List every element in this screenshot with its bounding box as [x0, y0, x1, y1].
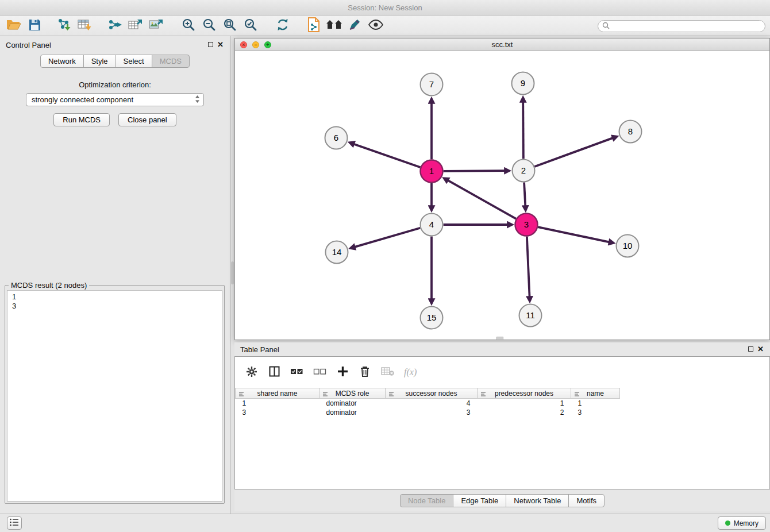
network-graph[interactable]: 1234678910111415	[235, 51, 769, 340]
graph-node-label: 11	[526, 310, 535, 320]
zoom-fit-button[interactable]	[220, 17, 240, 34]
save-session-button[interactable]	[24, 17, 45, 34]
run-mcds-button[interactable]: Run MCDS	[53, 113, 110, 126]
network-window-titlebar[interactable]: × − + scc.txt	[235, 38, 769, 51]
add-column-button[interactable]	[336, 365, 349, 379]
import-network-button[interactable]	[54, 17, 75, 34]
apply-style-button[interactable]	[345, 17, 365, 34]
import-table-icon	[78, 18, 93, 33]
function-builder-button[interactable]: f(x)	[404, 365, 417, 379]
tab-motifs[interactable]: Motifs	[568, 494, 605, 507]
table-cell[interactable]: 3	[386, 408, 478, 417]
zoom-selected-button[interactable]	[240, 17, 261, 34]
show-hide-button[interactable]	[365, 17, 386, 34]
import-table-button[interactable]	[75, 17, 95, 34]
result-item[interactable]: 3	[12, 302, 217, 311]
graph-edge-3-1[interactable]	[448, 180, 516, 219]
deselect-all-icon	[313, 367, 326, 378]
open-file-button[interactable]	[3, 17, 24, 34]
tab-node-table[interactable]: Node Table	[400, 494, 454, 507]
table-cell[interactable]: 1	[571, 399, 620, 408]
close-window-icon[interactable]: ×	[240, 41, 247, 48]
graph-edge-2-3[interactable]	[524, 182, 525, 206]
export-network-button[interactable]	[105, 17, 125, 34]
table-settings-button[interactable]	[245, 365, 258, 379]
graph-node-1[interactable]: 1	[421, 160, 443, 183]
delete-table-button[interactable]	[381, 365, 394, 379]
float-panel-icon[interactable]	[208, 42, 213, 47]
pane-splitter-handle[interactable]	[231, 261, 234, 284]
search-input[interactable]	[612, 21, 765, 31]
graph-node-4[interactable]: 4	[421, 214, 443, 236]
minimize-window-icon[interactable]: −	[252, 41, 259, 48]
graph-node-11[interactable]: 11	[519, 304, 542, 327]
graph-edge-2-8[interactable]	[534, 138, 613, 167]
graph-node-8[interactable]: 8	[619, 121, 642, 143]
graph-node-10[interactable]: 10	[617, 235, 639, 257]
home-button[interactable]	[324, 17, 345, 34]
graph-edge-4-14[interactable]	[355, 228, 420, 247]
export-image-button[interactable]	[146, 17, 167, 34]
statusbar: Memory	[0, 514, 770, 532]
graph-node-6[interactable]: 6	[325, 127, 348, 149]
graph-node-7[interactable]: 7	[421, 74, 443, 96]
table-cell[interactable]: dominator	[319, 399, 386, 408]
window-resize-handle[interactable]	[496, 337, 503, 340]
graph-edge-2-9[interactable]	[523, 102, 523, 159]
table-cell[interactable]: 3	[571, 408, 620, 417]
close-panel-icon[interactable]: ✕	[217, 40, 224, 49]
select-all-rows-button[interactable]	[290, 365, 303, 379]
tab-select[interactable]: Select	[116, 55, 152, 68]
table-cell[interactable]: 4	[386, 399, 478, 408]
graph-node-3[interactable]: 3	[515, 214, 538, 236]
delete-column-button[interactable]	[359, 365, 371, 379]
column-header-mcds-role[interactable]: MCDS role	[319, 388, 386, 399]
table-row[interactable]: 3dominator323	[236, 408, 620, 417]
table-cell[interactable]: 1	[236, 399, 319, 408]
memory-button[interactable]: Memory	[718, 516, 766, 530]
show-columns-button[interactable]	[268, 365, 280, 379]
float-table-panel-icon[interactable]	[748, 346, 753, 352]
graph-node-label: 15	[427, 313, 437, 322]
sort-icon	[480, 391, 486, 399]
graph-node-2[interactable]: 2	[513, 160, 535, 182]
tab-network[interactable]: Network	[40, 55, 84, 68]
table-cell[interactable]: dominator	[319, 408, 386, 417]
optimization-criterion-select[interactable]: strongly connected component	[26, 93, 204, 106]
table-cell[interactable]: 2	[478, 408, 571, 417]
graph-edge-1-6[interactable]	[354, 144, 421, 168]
column-header-name[interactable]: name	[571, 388, 620, 399]
table-cell[interactable]: 1	[478, 399, 571, 408]
deselect-all-rows-button[interactable]	[313, 365, 326, 379]
table-cell[interactable]: 3	[236, 408, 319, 417]
tab-mcds[interactable]: MCDS	[152, 55, 190, 68]
graph-node-14[interactable]: 14	[326, 241, 348, 264]
graph-node-15[interactable]: 15	[421, 307, 443, 329]
graph-node-9[interactable]: 9	[512, 72, 534, 95]
graph-edge-3-11[interactable]	[527, 236, 530, 296]
zoom-out-button[interactable]	[199, 17, 220, 34]
show-panels-button[interactable]	[7, 516, 22, 530]
tab-edge-table[interactable]: Edge Table	[453, 494, 506, 507]
column-header-successor-nodes[interactable]: successor nodes	[386, 388, 478, 399]
column-header-predecessor-nodes[interactable]: predecessor nodes	[478, 388, 571, 399]
maximize-window-icon[interactable]: +	[264, 41, 271, 48]
tab-network-table[interactable]: Network Table	[506, 494, 569, 507]
mcds-result-list[interactable]: 13	[7, 290, 222, 502]
delete-table-icon	[381, 367, 394, 378]
graph-edge-3-10[interactable]	[538, 227, 609, 242]
export-table-button[interactable]	[125, 17, 146, 34]
titlebar[interactable]: Session: New Session	[0, 0, 770, 16]
zoom-in-button[interactable]	[178, 17, 199, 34]
table-row[interactable]: 1dominator411	[236, 399, 620, 408]
tab-style[interactable]: Style	[83, 55, 116, 68]
result-item[interactable]: 1	[12, 292, 217, 302]
close-panel-button[interactable]: Close panel	[118, 113, 176, 126]
network-canvas[interactable]: 1234678910111415	[235, 51, 769, 340]
graph-edge-1-2[interactable]	[443, 171, 505, 171]
column-header-shared-name[interactable]: shared name	[236, 388, 319, 399]
table-panel-body: f(x) shared nameMCDS rolesuccessor nodes…	[234, 356, 770, 489]
close-table-panel-icon[interactable]: ✕	[757, 345, 764, 353]
network-from-clipboard-button[interactable]	[303, 17, 324, 34]
refresh-button[interactable]	[272, 17, 293, 34]
